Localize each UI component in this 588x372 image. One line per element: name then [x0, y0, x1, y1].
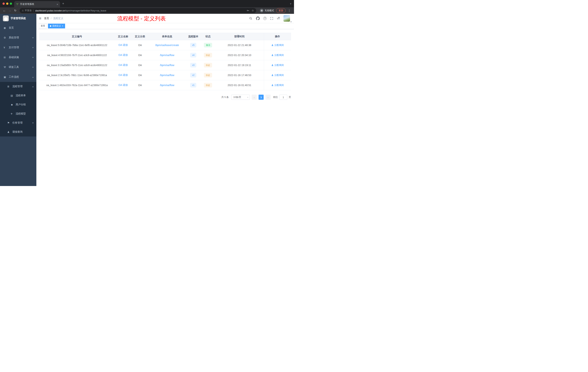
browser-menu-icon[interactable]: ⋮: [286, 9, 292, 12]
assign-rule-link[interactable]: 分配规则: [271, 54, 284, 57]
definition-name-link[interactable]: OA 请假: [118, 84, 128, 87]
sidebar-item-payment-management[interactable]: ¥ 支付管理 ▾: [0, 43, 36, 52]
user-avatar[interactable]: ▾: [284, 15, 292, 22]
tab-title: 芋道管理系统: [20, 2, 55, 6]
new-tab-button[interactable]: +: [60, 2, 66, 6]
cell-actions: 分配规则: [264, 60, 291, 70]
form-info-link[interactable]: /bpm/oa/flow: [160, 84, 174, 87]
tag-close-icon[interactable]: ×: [62, 25, 63, 27]
top-navbar: ≡ 首页 / 流程定义 流程模型 - 定义列表: [36, 14, 294, 23]
chevron-icon: ▴: [32, 76, 33, 78]
search-icon[interactable]: [249, 17, 252, 20]
sidebar-item-label: 系统管理: [9, 36, 32, 39]
incognito-badge: 无痕模式: [260, 9, 274, 12]
definition-name-link[interactable]: OA 请假: [118, 64, 128, 66]
tab-search-chevron-icon[interactable]: ∨: [287, 2, 294, 5]
sidebar-item-process-management[interactable]: ≣ 流程管理 ▴: [0, 82, 36, 91]
sidebar-item-label: 任务管理: [12, 121, 32, 124]
sidebar-item-process-model[interactable]: ✈ 流程模型: [0, 109, 36, 118]
sidebar-item-infrastructure[interactable]: ⊞ 基础设施 ▾: [0, 52, 36, 62]
tag-process-definition[interactable]: 流程定义 ×: [48, 24, 65, 28]
assign-rule-link[interactable]: 分配规则: [271, 84, 284, 87]
sidebar-item-process-form[interactable]: ▤ 流程表单: [0, 91, 36, 100]
cell-category: OA: [131, 50, 148, 60]
sidebar-item-leave-query[interactable]: ♟ 请假查询: [0, 127, 36, 136]
app-logo: 芋道管理系统: [0, 14, 36, 23]
assign-rule-link[interactable]: 分配规则: [271, 44, 284, 47]
definition-name-link[interactable]: OA 请假: [118, 74, 128, 77]
sidebar-item-system-management[interactable]: ⚙ 系统管理 ▾: [0, 33, 36, 43]
fullscreen-icon[interactable]: [270, 17, 273, 20]
definition-name-link[interactable]: OA 请假: [118, 44, 128, 46]
cell-form-info: /bpm/oa/flow: [148, 80, 186, 90]
font-size-icon[interactable]: TT: [277, 17, 280, 20]
assign-rule-link[interactable]: 分配规则: [271, 74, 284, 77]
form-info-link[interactable]: /bpm/oa/leave/create: [155, 44, 179, 47]
sidebar-item-task-management[interactable]: ⚑ 任务管理 ▾: [0, 118, 36, 127]
page-size-select[interactable]: 10条/页 ▾: [231, 95, 250, 100]
prev-page-button[interactable]: ‹: [252, 95, 257, 100]
cell-version: v5: [186, 40, 201, 50]
cell-actions: 分配规则: [264, 50, 291, 60]
back-button[interactable]: ←: [2, 8, 7, 13]
tag-home-label: 首页: [41, 24, 45, 27]
sidebar-item-home[interactable]: ◉ 首页: [0, 23, 36, 33]
security-warning-icon: ⚠: [22, 9, 24, 12]
browser-window: 芋道管理系统 × + ∨ ← → ↻ ⚠ 不安全 dashboard.yudao…: [0, 0, 294, 186]
sidebar-toggle-icon[interactable]: ≡: [36, 16, 44, 21]
zoom-window-button[interactable]: [10, 2, 12, 5]
incognito-label: 无痕模式: [264, 9, 274, 12]
sidebar-item-dev-tools[interactable]: ⚒ 研发工具 ▾: [0, 62, 36, 72]
col-definition-name: 定义名称: [115, 33, 131, 40]
sidebar-menu: ◉ 首页 ⚙ 系统管理 ▾ ¥ 支付管理 ▾: [0, 23, 36, 136]
address-bar[interactable]: ⚠ 不安全 dashboard.yudao.iocoder.cn /bpm/ma…: [20, 8, 256, 13]
process-management-icon: ≣: [7, 85, 12, 88]
help-icon[interactable]: ?: [263, 17, 267, 20]
cell-actions: 分配规则: [264, 40, 291, 50]
user-icon: [271, 54, 274, 56]
navbar-actions: ? TT ▾: [249, 15, 294, 22]
sidebar-item-workflow[interactable]: ▣ 工作流程 ▴: [0, 72, 36, 82]
form-info-link[interactable]: /bpm/oa/flow: [160, 74, 174, 77]
definition-name-link[interactable]: OA 请假: [118, 54, 128, 56]
cell-status: 挂起: [201, 60, 215, 70]
cell-form-info: /bpm/oa/flow: [148, 60, 186, 70]
close-window-button[interactable]: [2, 2, 5, 5]
col-definition-id: 定义编号: [39, 33, 115, 40]
tab-close-icon[interactable]: ×: [57, 3, 58, 6]
goto-page-input[interactable]: [279, 95, 287, 100]
tab-favicon-icon: [16, 3, 19, 5]
next-page-button[interactable]: ›: [265, 95, 271, 100]
avatar-caret-icon: ▾: [291, 21, 292, 23]
user-icon: [271, 84, 274, 86]
bookmark-star-icon[interactable]: ☆: [252, 9, 254, 12]
cell-definition-name: OA 请假: [115, 60, 131, 70]
minimize-window-button[interactable]: [6, 2, 8, 5]
cell-deploy-time: 2022-01-16 17:46:53: [215, 70, 264, 80]
browser-tab[interactable]: 芋道管理系统 ×: [14, 1, 60, 7]
breadcrumb-home[interactable]: 首页: [44, 17, 49, 20]
sidebar-item-user-group[interactable]: ☻ 用户分组: [0, 100, 36, 109]
sidebar-item-label: 研发工具: [9, 66, 32, 69]
cell-definition-name: OA 请假: [115, 40, 131, 50]
forward-button[interactable]: →: [7, 8, 12, 13]
sidebar-item-label: 流程管理: [12, 85, 32, 88]
github-icon[interactable]: [256, 17, 260, 20]
reload-button[interactable]: ↻: [13, 8, 18, 13]
password-key-icon[interactable]: [247, 9, 250, 12]
update-browser-button[interactable]: 更新: [276, 8, 286, 13]
cell-definition-name: OA 请假: [115, 70, 131, 80]
browser-toolbar: ← → ↻ ⚠ 不安全 dashboard.yudao.iocoder.cn /…: [0, 7, 294, 14]
form-info-link[interactable]: /bpm/oa/flow: [160, 64, 174, 67]
cell-definition-id: oa_leave:3:1fad3d93-7b75-11ec-a3c8-acde4…: [39, 60, 115, 70]
cell-definition-id: oa_leave:4:991f2193-7b7f-11ec-a3c8-acde4…: [39, 50, 115, 60]
tag-home[interactable]: 首页: [39, 24, 47, 28]
app-title: 芋道管理系统: [10, 17, 26, 20]
assign-rule-link[interactable]: 分配规则: [271, 64, 284, 67]
page-number-button[interactable]: 1: [259, 95, 264, 100]
security-label: 不安全: [25, 9, 32, 12]
form-info-link[interactable]: /bpm/oa/flow: [160, 54, 174, 57]
pagination: 共 5 条 10条/页 ▾ ‹ 1 › 前往 页: [39, 95, 291, 100]
pagination-total: 共 5 条: [221, 96, 229, 99]
yen-icon: ¥: [4, 46, 8, 49]
